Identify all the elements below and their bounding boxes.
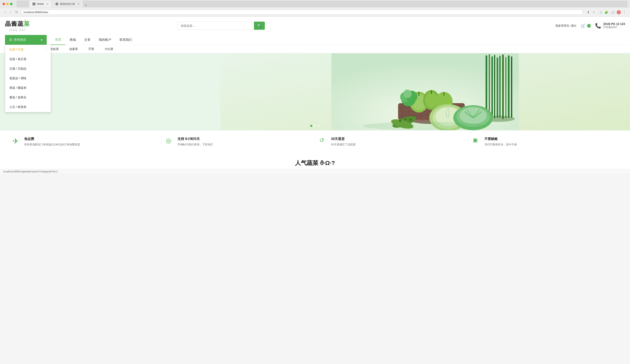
category-label-2: 豆腐 / 豆制品 bbox=[10, 67, 26, 71]
page-content: 晶酱蔬菜✦ JING CAI 🔍 我是管理员 / 退出 🛒 1 📞 (010) … bbox=[0, 17, 630, 169]
share-icon[interactable]: ⬆ bbox=[586, 10, 590, 14]
cart-button[interactable]: 🛒 1 bbox=[580, 23, 591, 28]
category-label-6: 土豆 / 根茎类 bbox=[10, 105, 26, 109]
carousel-dot-2[interactable] bbox=[318, 125, 320, 127]
nav-home[interactable]: 首页 bbox=[51, 35, 66, 45]
titlebar: Home ✕ 孤独的旅行家 ✕ + bbox=[0, 0, 630, 8]
feature-credit-title: 不要赊账 bbox=[484, 137, 517, 141]
logo: 晶酱蔬菜✦ JING CAI bbox=[5, 20, 30, 31]
nav-shop[interactable]: 商城 bbox=[66, 35, 80, 45]
nav-account[interactable]: 我的账户 bbox=[94, 35, 116, 45]
status-bar: localhost:8080/vegetable/search?category… bbox=[0, 169, 630, 174]
phone-info: 📞 (010) PG 12 123 打给我好吗? bbox=[595, 22, 625, 29]
feature-return-desc: 30天菜都烂了还想退 bbox=[331, 143, 356, 147]
browser-actions: ⬆ ☆ 📑 🧩 ⬜ i ⋮ bbox=[586, 10, 627, 14]
minimize-button[interactable] bbox=[6, 3, 9, 5]
maximize-button[interactable] bbox=[10, 3, 12, 5]
bookmarks-list-icon[interactable]: 📑 bbox=[597, 10, 602, 14]
window-controls bbox=[2, 3, 12, 5]
feature-support: ◎ 支持 8小时/5天 早8晚6与我们联系，下班别打 bbox=[162, 137, 315, 147]
tab-travel-label: 孤独的旅行家 bbox=[60, 2, 75, 6]
admin-link[interactable]: 我是管理员 / 退出 bbox=[556, 24, 577, 28]
svg-rect-9 bbox=[508, 55, 510, 118]
carousel-dots bbox=[310, 125, 320, 127]
extensions-icon[interactable]: 🧩 bbox=[604, 10, 609, 14]
phone-icon: 📞 bbox=[595, 23, 601, 29]
menu-icon[interactable]: ⋮ bbox=[622, 10, 627, 14]
browser-chrome: Home ✕ 孤独的旅行家 ✕ + ‹ › ↻ ⬆ ☆ 📑 🧩 ⬜ i ⋮ bbox=[0, 0, 630, 17]
nav-contact[interactable]: 联系我们 bbox=[116, 35, 136, 45]
nav-article[interactable]: 文章 bbox=[80, 35, 94, 45]
category-item-6[interactable]: 土豆 / 根茎类 bbox=[5, 102, 50, 112]
support-icon: ◎ bbox=[166, 137, 174, 144]
profile-icon[interactable]: i bbox=[617, 10, 621, 14]
logo-text: 晶酱蔬菜✦ bbox=[5, 20, 30, 28]
feature-credit: ▣ 不要赊账 另代写暑假作业，高中不接 bbox=[468, 137, 622, 147]
nav-bar: ☰ 所有类目 ▾ 生菜 / 叶菜 › 花菜 / 卷芯菜 豆腐 / 豆制品 葱姜蒜… bbox=[0, 35, 630, 45]
svg-point-46 bbox=[410, 119, 412, 121]
category-item-3[interactable]: 葱姜蒜 / 调味 bbox=[5, 74, 50, 83]
category-item-2[interactable]: 豆腐 / 豆制品 bbox=[5, 64, 50, 74]
tab-home-icon bbox=[32, 2, 36, 5]
tab-home[interactable]: Home ✕ bbox=[29, 0, 52, 7]
svg-rect-32 bbox=[418, 92, 420, 96]
search-input[interactable] bbox=[177, 22, 254, 30]
dropdown-menu: 生菜 / 叶菜 › 花菜 / 卷芯菜 豆腐 / 豆制品 葱姜蒜 / 调味 香菇 … bbox=[5, 45, 51, 112]
sidebar-icon[interactable]: ⬜ bbox=[610, 10, 616, 14]
category-item-5[interactable]: 番茄 / 茄果瓜 bbox=[5, 93, 50, 102]
address-input[interactable] bbox=[21, 9, 583, 15]
search-icon: 🔍 bbox=[257, 24, 262, 27]
tabs-bar: Home ✕ 孤独的旅行家 ✕ + bbox=[17, 0, 628, 7]
svg-rect-10 bbox=[511, 56, 512, 118]
search-bar: 🔍 bbox=[177, 22, 265, 30]
address-bar: ‹ › ↻ ⬆ ☆ 📑 🧩 ⬜ i ⋮ bbox=[0, 8, 630, 17]
sub-cat-0[interactable]: 娃娃菜 bbox=[50, 47, 59, 51]
category-label-5: 番茄 / 茄果瓜 bbox=[10, 96, 26, 99]
cart-badge: 1 bbox=[587, 24, 591, 28]
svg-rect-34 bbox=[444, 92, 444, 96]
sub-cat-1[interactable]: 油麦菜 bbox=[69, 47, 78, 51]
carousel-dot-0[interactable] bbox=[310, 125, 312, 127]
bookmark-icon[interactable]: ☆ bbox=[592, 10, 596, 14]
svg-rect-7 bbox=[502, 54, 504, 119]
category-item-0[interactable]: 生菜 / 叶菜 › bbox=[5, 45, 50, 54]
chevron-right-icon: › bbox=[46, 48, 46, 51]
category-item-4[interactable]: 香菇 / 菌菇类 bbox=[5, 83, 50, 93]
tab-travel-icon bbox=[56, 2, 58, 5]
svg-rect-8 bbox=[506, 57, 506, 118]
categories-button[interactable]: ☰ 所有类目 ▾ bbox=[5, 35, 47, 45]
category-item-1[interactable]: 花菜 / 卷芯菜 bbox=[5, 54, 50, 64]
feature-support-desc: 早8晚6与我们联系，下班别打 bbox=[178, 143, 213, 147]
svg-point-38 bbox=[403, 90, 412, 98]
svg-rect-3 bbox=[492, 56, 493, 118]
svg-rect-6 bbox=[500, 56, 500, 118]
back-button[interactable]: ‹ bbox=[3, 10, 7, 14]
menu-icon: ☰ bbox=[9, 38, 12, 42]
categories-label: 所有类目 bbox=[14, 38, 26, 42]
logo-subtitle: JING CAI bbox=[10, 28, 26, 31]
header: 晶酱蔬菜✦ JING CAI 🔍 我是管理员 / 退出 🛒 1 📞 (010) … bbox=[0, 17, 630, 35]
close-button[interactable] bbox=[2, 3, 5, 5]
reload-button[interactable]: ↻ bbox=[14, 10, 19, 14]
sub-cat-3[interactable]: 大白菜 bbox=[104, 47, 113, 51]
forward-button[interactable]: › bbox=[8, 10, 12, 14]
features-section: ✈ 免运费 所有菜场附近订单或超过188元的订单免费送货 ◎ 支持 8小时/5天… bbox=[0, 130, 630, 153]
tab-home-close[interactable]: ✕ bbox=[46, 2, 48, 5]
phone-label: 打给我好吗? bbox=[603, 25, 625, 29]
shipping-icon: ✈ bbox=[12, 137, 21, 146]
cart-icon: 🛒 bbox=[580, 23, 586, 28]
chevron-down-icon: ▾ bbox=[41, 38, 42, 42]
carousel-dot-1[interactable] bbox=[314, 125, 316, 127]
tab-travel[interactable]: 孤独的旅行家 ✕ bbox=[52, 0, 83, 7]
search-button[interactable]: 🔍 bbox=[254, 22, 265, 30]
svg-point-44 bbox=[399, 120, 401, 122]
new-tab-button[interactable]: + bbox=[83, 3, 88, 7]
feature-shipping-desc: 所有菜场附近订单或超过188元的订单免费送货 bbox=[24, 143, 80, 147]
feature-return: ↺ 30天退货 30天菜都烂了还想退 bbox=[315, 137, 468, 147]
veggie-illustration bbox=[220, 53, 630, 130]
feature-credit-desc: 另代写暑假作业，高中不接 bbox=[484, 143, 517, 147]
tab-travel-close[interactable]: ✕ bbox=[78, 2, 80, 5]
svg-rect-33 bbox=[431, 90, 432, 94]
sub-cat-2[interactable]: 芹菜 bbox=[88, 47, 94, 51]
credit-icon: ▣ bbox=[473, 137, 481, 143]
